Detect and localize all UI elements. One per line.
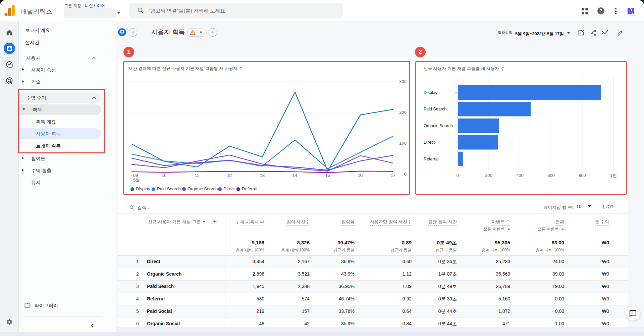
svg-text:12: 12 [227,173,232,178]
svg-text:16: 16 [358,173,363,178]
svg-text:10: 10 [162,173,166,178]
svg-text:17: 17 [391,173,395,178]
svg-text:800: 800 [579,173,586,178]
svg-text:100: 100 [399,141,407,146]
svg-text:300: 300 [399,79,407,84]
svg-text:09: 09 [133,173,138,178]
svg-text:5월: 5월 [133,178,140,183]
svg-text:11: 11 [195,173,199,178]
svg-text:15: 15 [325,173,330,178]
svg-text:Display: Display [424,90,438,95]
svg-text:0: 0 [456,173,459,178]
svg-text:1천: 1천 [610,173,617,178]
svg-text:13: 13 [260,173,265,178]
svg-text:600: 600 [547,173,555,178]
svg-text:14: 14 [292,173,297,178]
svg-text:Referral: Referral [424,157,438,161]
svg-text:0: 0 [404,172,407,177]
svg-text:Organic Search: Organic Search [424,124,453,128]
svg-text:Direct: Direct [424,140,435,145]
svg-text:400: 400 [516,173,524,178]
svg-text:Paid Search: Paid Search [424,107,446,111]
svg-text:200: 200 [485,173,492,178]
svg-text:200: 200 [399,110,407,115]
